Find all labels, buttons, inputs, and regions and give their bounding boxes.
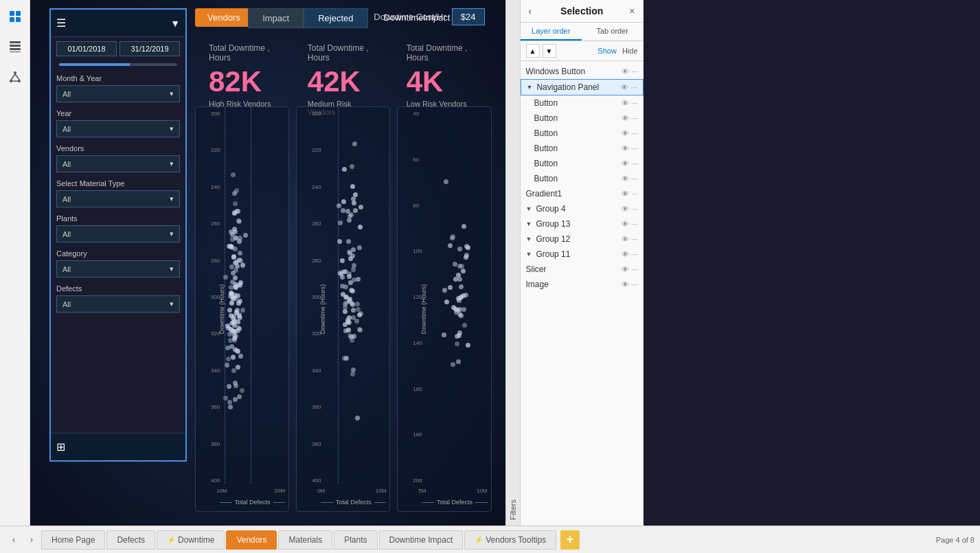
show-label[interactable]: Show (597, 47, 617, 55)
date-start-input[interactable]: 01/01/2018 (56, 41, 117, 56)
layer-button-5[interactable]: Button 👁 ··· (521, 156, 643, 171)
eye-icon-2[interactable]: 👁 (621, 83, 628, 91)
more-icon[interactable]: ··· (631, 67, 637, 76)
eye-icon-b4[interactable]: 👁 (622, 144, 629, 153)
filter-year-select[interactable]: All ▾ (56, 120, 180, 137)
eye-icon-b5[interactable]: 👁 (622, 159, 629, 168)
more-icon-image[interactable]: ··· (631, 280, 637, 289)
layer-group11[interactable]: ▼ Group 11 👁 ··· (521, 247, 643, 262)
more-icon-slicer[interactable]: ··· (631, 265, 637, 273)
report-view-icon[interactable] (4, 5, 26, 27)
layer-windows-button[interactable]: Windows Button 👁 ··· (521, 64, 643, 79)
tab-defects[interactable]: Defects (106, 530, 155, 550)
impact-button[interactable]: Impact (248, 8, 304, 28)
move-up-icon[interactable]: ▲ (526, 44, 540, 58)
eye-icon-b1[interactable]: 👁 (622, 99, 629, 107)
close-icon[interactable]: × (629, 5, 635, 16)
tab-vendors[interactable]: Vendors (195, 8, 253, 27)
date-slider[interactable] (51, 60, 185, 71)
add-page-button[interactable]: + (560, 530, 580, 550)
more-icon-g4[interactable]: ··· (631, 205, 637, 213)
eye-icon-g1[interactable]: 👁 (622, 190, 629, 198)
layer-button-2[interactable]: Button 👁 ··· (521, 111, 643, 126)
hide-label[interactable]: Hide (622, 47, 638, 55)
rejected-button[interactable]: Rejected (304, 8, 367, 28)
expand-group12-icon[interactable]: ▼ (526, 236, 532, 242)
filter-defects-select[interactable]: All ▾ (56, 295, 180, 313)
more-icon-b3[interactable]: ··· (631, 129, 637, 137)
filter-month-year-select[interactable]: All ▾ (56, 85, 180, 102)
layer-navigation-panel[interactable]: ▼ Navigation Panel 👁 ··· (521, 79, 643, 95)
filter-material-select[interactable]: All ▾ (56, 190, 180, 207)
more-icon-b6[interactable]: ··· (631, 174, 637, 183)
chart-high-risk: Downtime (Hours) 400 380 360 340 320 300… (195, 106, 289, 512)
more-icon-g13[interactable]: ··· (631, 220, 637, 228)
more-icon-b2[interactable]: ··· (631, 114, 637, 122)
more-icon-2[interactable]: ··· (630, 83, 637, 91)
date-end-input[interactable]: 31/12/2019 (119, 41, 180, 56)
svg-rect-4 (10, 41, 21, 43)
scatter-dot (354, 319, 359, 324)
tab-downtime[interactable]: ⚡ Downtime (157, 530, 225, 550)
more-icon-g1[interactable]: ··· (631, 190, 637, 198)
eye-icon-image[interactable]: 👁 (622, 280, 629, 289)
eye-icon-g11[interactable]: 👁 (622, 250, 629, 258)
eye-icon-g12[interactable]: 👁 (622, 235, 629, 243)
layer-group12[interactable]: ▼ Group 12 👁 ··· (521, 232, 643, 247)
scatter-dot (358, 225, 363, 229)
back-arrow-icon[interactable]: ‹ (529, 5, 532, 16)
tab-vendors-bottom[interactable]: Vendors (226, 530, 277, 550)
move-down-icon[interactable]: ▼ (543, 44, 556, 58)
tab-materials-bottom[interactable]: Materials (278, 530, 332, 550)
filter-plants-select[interactable]: All ▾ (56, 225, 180, 242)
layer-group4[interactable]: ▼ Group 4 👁 ··· (521, 201, 643, 216)
eye-icon-slicer[interactable]: 👁 (622, 265, 629, 273)
scatter-dot (238, 280, 243, 285)
scatter-dot (227, 244, 231, 249)
tab-tab-order[interactable]: Tab order (582, 23, 643, 41)
more-icon-b1[interactable]: ··· (631, 99, 637, 107)
scatter-dot (341, 199, 346, 204)
svg-rect-5 (10, 45, 21, 47)
tab-plants-bottom[interactable]: Plants (334, 530, 377, 550)
tab-downtime-impact-bottom[interactable]: Downtime Impact (379, 530, 464, 550)
expand-group4-icon[interactable]: ▼ (526, 205, 532, 212)
eye-icon-b2[interactable]: 👁 (622, 114, 629, 122)
tab-home-page[interactable]: Home Page (41, 530, 105, 550)
eye-icon[interactable]: 👁 (622, 67, 629, 76)
eye-icon-g13[interactable]: 👁 (622, 220, 629, 228)
filter-icon[interactable]: ▼ (170, 18, 180, 29)
eye-icon-b3[interactable]: 👁 (622, 129, 629, 137)
layer-gradient1[interactable]: Gradient1 👁 ··· (521, 186, 643, 201)
model-view-icon[interactable] (4, 66, 26, 88)
scatter-dot (352, 201, 356, 205)
more-icon-g11[interactable]: ··· (631, 250, 637, 258)
tab-layer-order[interactable]: Layer order (521, 23, 582, 41)
layer-button-6[interactable]: Button 👁 ··· (521, 171, 643, 186)
filter-vendors-select[interactable]: All ▾ (56, 155, 180, 172)
more-icon-g12[interactable]: ··· (631, 235, 637, 243)
more-icon-b5[interactable]: ··· (631, 159, 637, 168)
layer-image[interactable]: Image 👁 ··· (521, 277, 643, 292)
expand-icon[interactable]: ▼ (527, 84, 533, 91)
layer-group13[interactable]: ▼ Group 13 👁 ··· (521, 216, 643, 232)
scatter-dot (442, 332, 446, 337)
tab-vendors-tooltips[interactable]: ⚡ Vendors Tooltips (464, 530, 556, 550)
filters-side-label[interactable]: Filters (505, 0, 520, 526)
prev-page-button[interactable]: ‹ (5, 532, 22, 548)
layer-button-4[interactable]: Button 👁 ··· (521, 141, 643, 156)
layer-button-3[interactable]: Button 👁 ··· (521, 126, 643, 141)
layer-button-1[interactable]: Button 👁 ··· (521, 95, 643, 111)
eye-icon-g4[interactable]: 👁 (622, 205, 629, 213)
expand-group11-icon[interactable]: ▼ (526, 251, 532, 258)
more-icon-b4[interactable]: ··· (631, 144, 637, 153)
data-view-icon[interactable] (4, 36, 26, 58)
hamburger-icon[interactable]: ☰ (56, 16, 66, 30)
expand-group13-icon[interactable]: ▼ (526, 221, 532, 227)
scatter-dot (230, 280, 235, 284)
layer-slicer[interactable]: Slicer 👁 ··· (521, 262, 643, 277)
filter-category-select[interactable]: All ▾ (56, 260, 180, 278)
scatter-dot (236, 293, 240, 298)
next-page-button[interactable]: › (23, 532, 40, 548)
eye-icon-b6[interactable]: 👁 (622, 174, 629, 183)
